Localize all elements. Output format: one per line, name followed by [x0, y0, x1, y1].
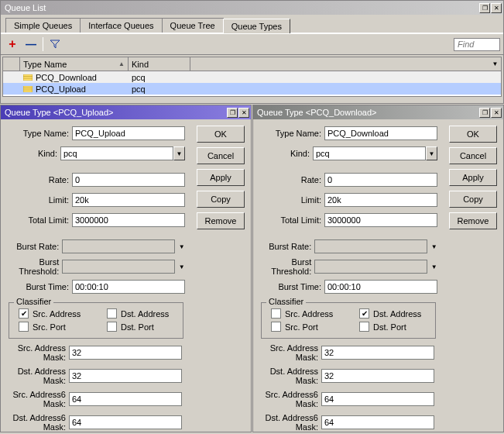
- close-icon[interactable]: ✕: [491, 108, 502, 118]
- src6-mask-input[interactable]: [321, 392, 434, 406]
- column-kind[interactable]: Kind: [129, 57, 190, 71]
- cell-type-name: PCQ_Download: [36, 73, 97, 82]
- burst-threshold-label: Burst Threshold:: [7, 257, 62, 276]
- dst6-mask-label: Dst. Address6 Mask:: [10, 413, 69, 432]
- burst-threshold-input[interactable]: [314, 260, 427, 274]
- ok-button[interactable]: OK: [449, 126, 497, 143]
- queue-icon: [23, 86, 33, 92]
- restore-icon[interactable]: ❐: [479, 3, 490, 13]
- src-mask-label: Src. Address Mask:: [10, 343, 69, 362]
- add-button[interactable]: +: [4, 36, 21, 52]
- columns-dropdown-icon[interactable]: ▼: [489, 57, 501, 71]
- remove-button[interactable]: Remove: [197, 212, 245, 229]
- queue-list-titlebar[interactable]: Queue List ❐ ✕: [1, 1, 503, 15]
- total-limit-input[interactable]: [324, 213, 437, 227]
- restore-icon[interactable]: ❐: [479, 108, 490, 118]
- remove-button[interactable]: —: [22, 36, 39, 52]
- src-mask-label: Src. Address Mask:: [262, 343, 321, 362]
- burst-time-input[interactable]: [324, 280, 437, 294]
- src-address-checkbox[interactable]: ✔: [19, 308, 29, 319]
- burst-time-input[interactable]: [72, 280, 185, 294]
- src6-mask-label: Src. Address6 Mask:: [10, 390, 69, 408]
- tab-queue-types[interactable]: Queue Types: [223, 19, 290, 33]
- queue-type-download-dialog: Queue Type <PCQ_Download> ❐ ✕ OK Cancel …: [252, 105, 504, 432]
- table-row[interactable]: PCQ_Upload pcq: [3, 83, 501, 95]
- burst-rate-input[interactable]: [62, 239, 175, 253]
- rate-input[interactable]: [72, 173, 185, 187]
- src-port-label: Src. Port: [33, 322, 66, 332]
- src-address-label: Src. Address: [285, 309, 333, 319]
- kind-dropdown-icon[interactable]: ▼: [173, 146, 185, 160]
- queue-type-upload-dialog: Queue Type <PCQ_Upload> ❐ ✕ OK Cancel Ap…: [0, 105, 252, 432]
- src-mask-input[interactable]: [69, 346, 182, 360]
- cell-type-name: PCQ_Upload: [36, 84, 86, 94]
- burst-threshold-label: Burst Threshold:: [259, 257, 314, 276]
- dst-mask-input[interactable]: [69, 369, 182, 383]
- upload-titlebar[interactable]: Queue Type <PCQ_Upload> ❐ ✕: [1, 105, 251, 119]
- rate-label: Rate:: [7, 175, 72, 184]
- dst-address-checkbox[interactable]: [107, 308, 117, 319]
- dst-port-checkbox[interactable]: [359, 322, 369, 332]
- type-name-label: Type Name:: [259, 129, 324, 138]
- cancel-button[interactable]: Cancel: [197, 147, 245, 164]
- ok-button[interactable]: OK: [197, 126, 245, 143]
- copy-button[interactable]: Copy: [197, 191, 245, 208]
- src-port-checkbox[interactable]: [271, 322, 281, 332]
- kind-input[interactable]: [60, 146, 173, 160]
- limit-input[interactable]: [324, 193, 437, 207]
- dst-mask-input[interactable]: [321, 369, 434, 383]
- src6-mask-input[interactable]: [69, 392, 182, 406]
- filter-button[interactable]: [46, 36, 63, 52]
- close-icon[interactable]: ✕: [491, 3, 502, 13]
- chevron-down-icon[interactable]: ▼: [178, 260, 185, 274]
- total-limit-label: Total Limit:: [259, 215, 324, 225]
- dst-mask-label: Dst. Address Mask:: [10, 367, 69, 385]
- type-name-input[interactable]: [324, 126, 437, 140]
- queue-icon: [23, 74, 33, 81]
- column-gutter[interactable]: [3, 57, 20, 71]
- src-port-checkbox[interactable]: [19, 322, 29, 332]
- cancel-button[interactable]: Cancel: [449, 147, 497, 164]
- find-input[interactable]: [454, 38, 500, 51]
- chevron-down-icon[interactable]: ▼: [178, 239, 185, 253]
- column-type-name[interactable]: Type Name ▲: [20, 57, 129, 71]
- dst-address-checkbox[interactable]: ✔: [359, 308, 369, 319]
- queue-types-grid[interactable]: Type Name ▲ Kind ▼ PCQ_Download pcq PCQ_…: [2, 57, 502, 97]
- cell-kind: pcq: [129, 83, 190, 95]
- src-port-label: Src. Port: [285, 322, 318, 332]
- download-titlebar[interactable]: Queue Type <PCQ_Download> ❐ ✕: [253, 105, 503, 119]
- classifier-group: Classifier Src. Address ✔Dst. Address Sr…: [261, 302, 436, 339]
- type-name-input[interactable]: [72, 126, 185, 140]
- src6-mask-label: Src. Address6 Mask:: [262, 390, 321, 408]
- burst-threshold-input[interactable]: [62, 260, 175, 274]
- kind-dropdown-icon[interactable]: ▼: [426, 146, 437, 160]
- limit-input[interactable]: [72, 193, 185, 207]
- total-limit-input[interactable]: [72, 213, 185, 227]
- burst-rate-input[interactable]: [314, 239, 427, 253]
- cell-kind: pcq: [129, 71, 190, 83]
- dst6-mask-input[interactable]: [321, 415, 434, 429]
- column-spacer: [190, 57, 489, 71]
- copy-button[interactable]: Copy: [449, 191, 497, 208]
- table-row[interactable]: PCQ_Download pcq: [3, 71, 501, 83]
- chevron-down-icon[interactable]: ▼: [430, 239, 437, 253]
- dst-port-checkbox[interactable]: [107, 322, 117, 332]
- queue-list-title: Queue List: [5, 3, 46, 12]
- rate-input[interactable]: [324, 173, 437, 187]
- rate-label: Rate:: [259, 175, 324, 184]
- chevron-down-icon[interactable]: ▼: [430, 260, 437, 274]
- tab-simple-queues[interactable]: Simple Queues: [5, 18, 81, 33]
- apply-button[interactable]: Apply: [197, 169, 245, 186]
- tab-interface-queues[interactable]: Interface Queues: [80, 18, 162, 33]
- src-address-checkbox[interactable]: [271, 308, 281, 319]
- dst6-mask-input[interactable]: [69, 415, 182, 429]
- tab-queue-tree[interactable]: Queue Tree: [162, 18, 224, 33]
- queue-list-window: Queue List ❐ ✕ Simple Queues Interface Q…: [0, 0, 504, 104]
- kind-label: Kind:: [7, 149, 60, 158]
- apply-button[interactable]: Apply: [449, 169, 497, 186]
- close-icon[interactable]: ✕: [238, 108, 249, 118]
- restore-icon[interactable]: ❐: [227, 108, 238, 118]
- remove-button[interactable]: Remove: [449, 212, 497, 229]
- kind-input[interactable]: [313, 146, 426, 160]
- src-mask-input[interactable]: [321, 346, 434, 360]
